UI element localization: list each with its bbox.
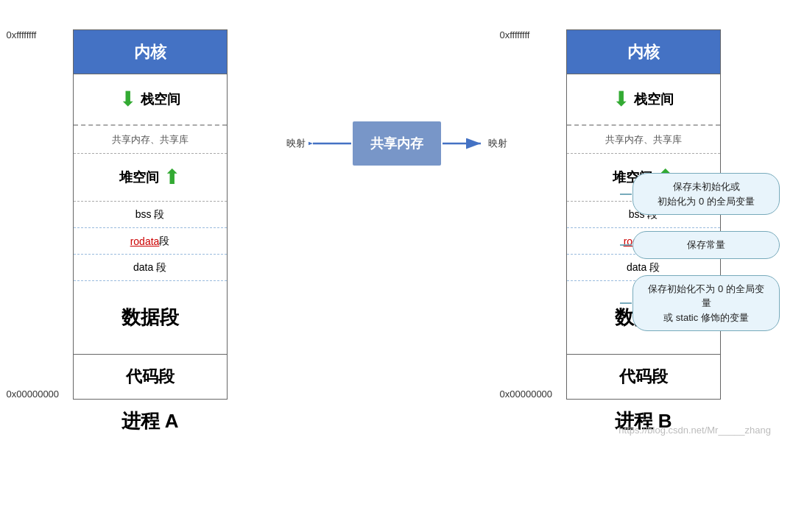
- process-a-label: 进程 A: [121, 408, 179, 434]
- watermark: https://blog.csdn.net/Mr_____zhang: [618, 425, 771, 436]
- process-a-kernel: 内核: [74, 30, 227, 74]
- process-b-shared-lib: 共享内存、共享库: [567, 126, 720, 154]
- process-b-address-bottom: 0x00000000: [500, 389, 553, 400]
- process-b-kernel: 内核: [567, 30, 720, 74]
- process-a-stack: ⬇ 栈空间: [74, 74, 227, 126]
- process-a-block: 0xffffffff 内核 ⬇ 栈空间 共享内存、: [73, 29, 228, 434]
- process-a-shared-lib: 共享内存、共享库: [74, 126, 227, 154]
- arrow-right-icon: [441, 130, 485, 157]
- process-a-data: data 段: [74, 255, 227, 281]
- diagram-container: 0xffffffff 内核 ⬇ 栈空间 共享内存、: [0, 0, 793, 449]
- process-a-codesec: 代码段: [74, 355, 227, 399]
- process-b-codesec: 代码段: [567, 355, 720, 399]
- heap-arrow-up-a: ⬆: [163, 167, 180, 188]
- process-a-address-top: 0xffffffff: [7, 29, 37, 40]
- process-a-rodata: rodata 段: [74, 228, 227, 255]
- callout-rodata: 保存常量: [632, 231, 780, 259]
- process-a-bss: bss 段: [74, 202, 227, 228]
- stack-arrow-down-b: ⬇: [613, 89, 630, 110]
- arrow-left-icon: [309, 130, 353, 157]
- callout-data: 保存初始化不为 0 的全局变量 或 static 修饰的变量: [632, 275, 780, 332]
- shared-memory-row: 映射 共享内存: [286, 121, 507, 166]
- process-a-layout: 内核 ⬇ 栈空间 共享内存、共享库: [73, 29, 228, 400]
- shared-memory-box: 共享内存: [353, 121, 441, 166]
- process-a-address-bottom: 0x00000000: [7, 389, 60, 400]
- process-b-address-top: 0xffffffff: [500, 29, 530, 40]
- process-b-stack: ⬇ 栈空间: [567, 74, 720, 126]
- callout-bss: 保存未初始化或 初始化为 0 的全局变量: [632, 173, 780, 215]
- stack-arrow-down-a: ⬇: [119, 89, 136, 110]
- callouts-container: 保存未初始化或 初始化为 0 的全局变量 保存常量 保存初始化不为 0 的全局变…: [632, 173, 780, 331]
- arrow-right-label: 映射: [488, 137, 507, 150]
- process-a-datasec: 数据段: [74, 281, 227, 355]
- shared-memory-section: 映射 共享内存: [286, 121, 507, 166]
- process-a-memory: 0xffffffff 内核 ⬇ 栈空间 共享内存、: [73, 29, 228, 400]
- arrow-left-label: 映射: [286, 137, 306, 150]
- process-a-heap: 堆空间 ⬆: [74, 154, 227, 202]
